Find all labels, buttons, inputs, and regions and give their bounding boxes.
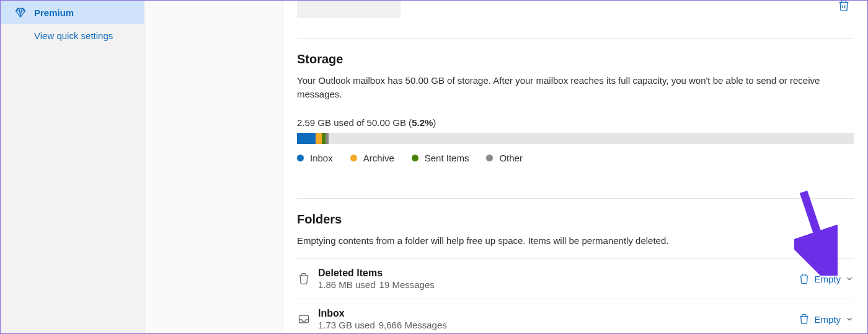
storage-section: Storage Your Outlook mailbox has 50.00 G… (297, 38, 854, 178)
svg-rect-2 (299, 315, 309, 323)
trash-icon (297, 273, 311, 285)
account-top-area (297, 1, 854, 18)
folder-info: Inbox1.73 GB used9,666 Messages (318, 308, 799, 330)
chevron-down-icon[interactable] (845, 315, 854, 323)
empty-label: Empty (814, 274, 841, 284)
folder-row: Inbox1.73 GB used9,666 MessagesEmpty (297, 299, 854, 333)
empty-label: Empty (814, 314, 841, 325)
main-content: Storage Your Outlook mailbox has 50.00 G… (283, 1, 867, 333)
legend-label: Archive (363, 153, 394, 163)
sidebar-item-label: Premium (34, 7, 74, 18)
legend-dot (350, 155, 357, 161)
storage-legend: InboxArchiveSent ItemsOther (297, 153, 854, 163)
storage-description: Your Outlook mailbox has 50.00 GB of sto… (297, 74, 854, 101)
folder-row: Deleted Items1.86 MB used19 MessagesEmpt… (297, 258, 854, 299)
empty-folder-button[interactable]: Empty (799, 314, 854, 325)
legend-item: Archive (350, 153, 394, 163)
sidebar-item-premium[interactable]: Premium (1, 1, 144, 24)
trash-icon (799, 314, 810, 325)
folder-info: Deleted Items1.86 MB used19 Messages (318, 268, 799, 290)
folders-section: Folders Emptying contents from a folder … (297, 199, 854, 334)
storage-title: Storage (297, 52, 854, 66)
chevron-down-icon[interactable] (845, 274, 854, 283)
trash-icon (799, 273, 810, 284)
folder-list: Deleted Items1.86 MB used19 MessagesEmpt… (297, 258, 854, 333)
storage-usage-text: 2.59 GB used of 50.00 GB (5.2%) (297, 117, 854, 128)
legend-label: Inbox (310, 153, 333, 163)
legend-label: Other (499, 153, 523, 163)
legend-label: Sent Items (425, 153, 469, 163)
folder-name: Inbox (318, 308, 799, 319)
empty-folder-button[interactable]: Empty (799, 273, 854, 284)
legend-item: Other (486, 153, 523, 163)
legend-dot (412, 155, 418, 161)
legend-item: Sent Items (412, 153, 469, 163)
account-avatar-placeholder (297, 1, 401, 18)
legend-dot (486, 155, 493, 161)
folders-title: Folders (297, 212, 854, 227)
delete-account-button[interactable] (838, 1, 850, 12)
settings-sidebar: Premium View quick settings (1, 1, 144, 333)
folder-meta: 1.86 MB used19 Messages (318, 279, 799, 290)
inbox-icon (297, 313, 311, 325)
bar-segment (326, 133, 329, 144)
legend-item: Inbox (297, 153, 333, 163)
bar-segment (297, 133, 316, 144)
folder-name: Deleted Items (318, 268, 799, 279)
legend-dot (297, 155, 304, 161)
premium-icon (14, 6, 27, 19)
bar-segment (316, 133, 322, 144)
storage-bar (297, 133, 854, 144)
folder-meta: 1.73 GB used9,666 Messages (318, 320, 799, 330)
folders-description: Emptying contents from a folder will hel… (297, 234, 854, 248)
settings-sub-panel (144, 1, 283, 333)
view-quick-settings-link[interactable]: View quick settings (1, 24, 144, 47)
